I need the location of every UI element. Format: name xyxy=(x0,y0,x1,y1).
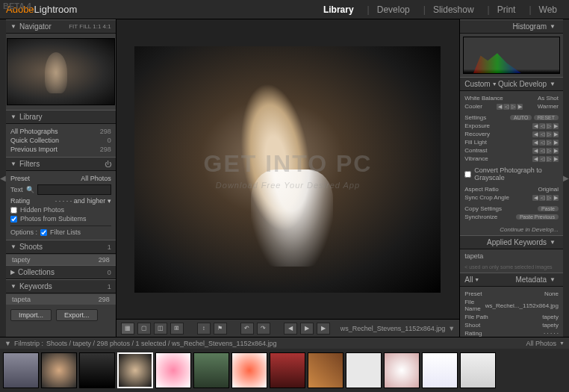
module-web[interactable]: Web xyxy=(523,1,563,18)
beta-tag: BETA 4 xyxy=(3,1,31,10)
image-viewer[interactable]: GET INTO PC Download Free Your Desired A… xyxy=(116,19,460,319)
module-library[interactable]: Library xyxy=(317,1,360,18)
grayscale-check[interactable] xyxy=(464,171,471,178)
right-panel-collapse[interactable]: ▶ xyxy=(563,19,569,337)
fill-stepper[interactable]: ◀◁▷▶ xyxy=(532,140,559,146)
import-button[interactable]: Import... xyxy=(10,309,52,321)
subitems-check[interactable] xyxy=(10,216,17,223)
toolbar-menu-icon[interactable]: ▼ xyxy=(448,325,455,332)
wb-dropdown[interactable]: As Shot xyxy=(538,95,559,102)
thumbnail[interactable] xyxy=(231,352,267,388)
thumbnail[interactable] xyxy=(460,352,496,388)
metadata-rating[interactable]: · · · · · xyxy=(544,330,559,337)
sort-icon[interactable]: ↕ xyxy=(197,323,211,335)
metadata-header[interactable]: All▼ Metadata ▼ xyxy=(460,273,563,287)
filter-text-input[interactable] xyxy=(37,184,111,195)
module-picker: Library Develop Slideshow Print Web xyxy=(317,1,563,18)
aspect-dropdown[interactable]: Original xyxy=(538,186,559,193)
chevron-down-icon: ▼ xyxy=(550,239,556,246)
rating-filter[interactable]: · · · · · and higher ▾ xyxy=(55,197,111,205)
thumbnail-selected[interactable] xyxy=(117,352,153,388)
thumbnail[interactable] xyxy=(193,352,229,388)
exposure-stepper[interactable]: ◀◁▷▶ xyxy=(532,123,559,129)
rotate-right-icon[interactable]: ↷ xyxy=(257,323,270,335)
reset-button[interactable]: RESET xyxy=(534,115,559,120)
filmstrip-filter-dropdown[interactable]: All Photos xyxy=(526,340,557,347)
navigator-header[interactable]: ▼ Navigator FIT FILL 1:1 4:1 xyxy=(6,19,116,34)
keywords-header[interactable]: ▼ Keywords 1 xyxy=(6,279,116,293)
chevron-down-icon: ▼ xyxy=(550,23,556,30)
paste-prev-button[interactable]: Paste Previous xyxy=(516,214,559,220)
auto-button[interactable]: AUTO xyxy=(510,115,532,120)
chevron-down-icon[interactable]: ▼ xyxy=(4,340,11,347)
recovery-stepper[interactable]: ◀◁▷▶ xyxy=(532,131,559,137)
thumbnail[interactable] xyxy=(270,352,305,388)
loupe-view-icon[interactable]: ▢ xyxy=(137,323,151,335)
next-photo-icon[interactable]: ▶ xyxy=(317,323,330,335)
histogram-header[interactable]: Histogram ▼ xyxy=(460,19,563,34)
navigator-preview[interactable] xyxy=(7,38,115,105)
chevron-down-icon: ▼ xyxy=(10,243,16,250)
paste-button[interactable]: Paste xyxy=(538,206,559,211)
library-all[interactable]: All Photographs298 xyxy=(10,127,111,136)
module-slideshow[interactable]: Slideshow xyxy=(417,1,480,18)
custom-dropdown[interactable]: Custom xyxy=(464,80,490,88)
grid-view-icon[interactable]: ▦ xyxy=(121,323,134,335)
applied-keywords-header[interactable]: Applied Keywords ▼ xyxy=(460,235,563,249)
filter-lists-check[interactable] xyxy=(40,229,47,236)
filters-header[interactable]: ▼ Filters ⏻ xyxy=(6,157,116,171)
chevron-down-icon: ▼ xyxy=(10,113,16,120)
filters-toggle-icon[interactable]: ⏻ xyxy=(105,161,111,168)
compare-view-icon[interactable]: ◫ xyxy=(154,323,167,335)
thumbnail[interactable] xyxy=(79,352,115,388)
hidden-photos-check[interactable] xyxy=(10,207,17,214)
library-previous[interactable]: Previous Import298 xyxy=(10,145,111,154)
collections-header[interactable]: ▶ Collections 0 xyxy=(6,265,116,279)
main-photo xyxy=(134,46,441,293)
flag-icon[interactable]: ⚑ xyxy=(214,323,227,335)
metadata-all-dropdown[interactable]: All xyxy=(464,276,473,284)
quick-develop-header[interactable]: Custom▼ Quick Develop ▼ xyxy=(460,77,563,91)
chevron-down-icon: ▼ xyxy=(550,81,556,87)
vibrance-stepper[interactable]: ◀◁▷▶ xyxy=(532,156,559,162)
wb-stepper[interactable]: ◀◁▷▶ xyxy=(497,104,523,110)
survey-view-icon[interactable]: ⊞ xyxy=(170,323,184,335)
shoots-header[interactable]: ▼ Shoots 1 xyxy=(6,240,116,254)
thumbnail[interactable] xyxy=(384,352,420,388)
module-develop[interactable]: Develop xyxy=(361,1,416,18)
viewer-toolbar: ▦ ▢ ◫ ⊞ ↕ ⚑ ↶ ↷ ◀ ▶ ▶ ws_Rechel_Stevens_… xyxy=(116,319,460,337)
navigator-modes[interactable]: FIT FILL 1:1 4:1 xyxy=(69,23,111,30)
chevron-down-icon: ▼ xyxy=(550,276,556,283)
app-header: BETA 4 AdobeLightroom Library Develop Sl… xyxy=(0,0,569,19)
thumbnail[interactable] xyxy=(422,352,458,388)
chevron-down-icon: ▼ xyxy=(10,23,16,30)
thumbnail[interactable] xyxy=(155,352,191,388)
keyword-item[interactable]: tapeta298 xyxy=(6,294,116,305)
rotate-left-icon[interactable]: ↶ xyxy=(240,323,254,335)
filter-preset-dropdown[interactable]: All Photos xyxy=(81,175,111,182)
sync-crop-stepper[interactable]: ◀◁▷▶ xyxy=(532,195,559,201)
filmstrip-path[interactable]: Shoots / tapety / 298 photos / 1 selecte… xyxy=(46,340,277,347)
export-button[interactable]: Export... xyxy=(56,309,98,321)
library-quick[interactable]: Quick Collection0 xyxy=(10,136,111,145)
filmstrip[interactable] xyxy=(0,349,569,392)
histogram-display[interactable] xyxy=(463,37,560,74)
contrast-stepper[interactable]: ◀◁▷▶ xyxy=(532,148,559,154)
prev-photo-icon[interactable]: ◀ xyxy=(284,323,297,335)
chevron-down-icon: ▼ xyxy=(10,161,16,167)
thumbnail[interactable] xyxy=(346,352,382,388)
library-header[interactable]: ▼ Library xyxy=(6,110,116,124)
shoot-item[interactable]: tapety298 xyxy=(6,255,116,265)
current-filename: ws_Rechel_Stevens_1152x864.jpg xyxy=(341,325,446,332)
thumbnail[interactable] xyxy=(3,352,39,388)
center-area: GET INTO PC Download Free Your Desired A… xyxy=(116,19,460,337)
metadata-preset-dropdown[interactable]: None xyxy=(544,290,559,297)
right-panel: Histogram ▼ Custom▼ Quick Develop ▼ Whit… xyxy=(459,19,563,337)
play-icon[interactable]: ▶ xyxy=(300,323,314,335)
keywords-field[interactable]: tapeta xyxy=(464,252,559,260)
thumbnail[interactable] xyxy=(41,352,77,388)
module-print[interactable]: Print xyxy=(482,1,522,18)
continue-develop-link[interactable]: Continue in Develop... xyxy=(460,224,563,235)
thumbnail[interactable] xyxy=(308,352,343,388)
left-panel-collapse[interactable]: ◀ xyxy=(0,19,6,337)
